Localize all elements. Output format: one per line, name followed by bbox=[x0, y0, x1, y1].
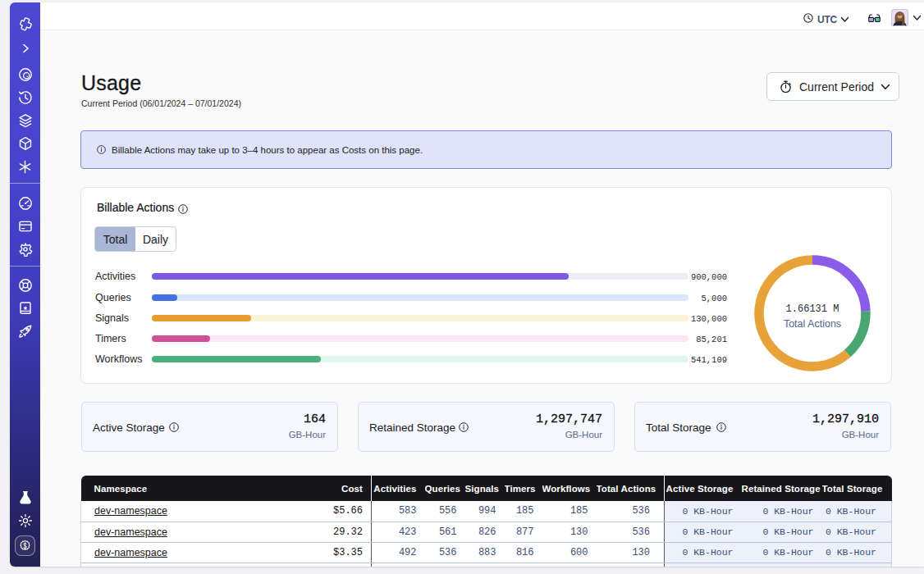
svg-text:Total Actions: Total Actions bbox=[784, 318, 841, 330]
svg-text:1.66131 M: 1.66131 M bbox=[786, 303, 839, 315]
